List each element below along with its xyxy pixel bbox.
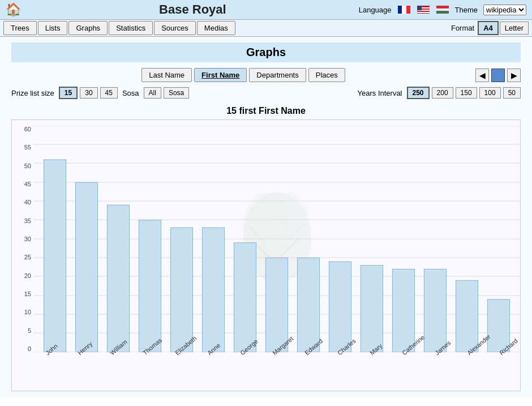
next-arrow[interactable]: ▶ [507,69,521,82]
y-45: 45 [24,181,31,187]
bar-charles[interactable] [329,262,351,352]
format-label: Format [451,24,474,32]
bar-william[interactable] [107,205,129,352]
app-title: Base Royal [27,2,359,17]
header-right: Language Theme wikipedia classic modern [359,5,526,15]
bar-chart [33,126,520,352]
prize-all[interactable]: All [144,87,161,99]
prize-15[interactable]: 15 [59,87,78,99]
chart-title: 15 first First Name [11,106,521,116]
color-square[interactable] [491,69,505,82]
years-interval-label: Years Interval [358,89,402,97]
tab-departments[interactable]: Departments [249,68,306,82]
bar-henry[interactable] [75,182,97,352]
theme-label: Theme [455,6,478,14]
bar-elizabeth[interactable] [170,228,192,352]
y-60: 60 [24,126,31,133]
bar-margaret[interactable] [265,258,288,352]
main-content: Graphs Last Name First Name Departments … [0,37,532,397]
tab-last-name[interactable]: Last Name [141,68,192,82]
navbar: Trees Lists Graphs Statistics Sources Me… [0,20,532,37]
bar-john[interactable] [44,160,66,352]
prize-list-options: Prize list size 15 30 45 Sosa All Sosa [11,87,189,99]
options-row: Prize list size 15 30 45 Sosa All Sosa Y… [11,87,521,99]
y-40: 40 [24,199,31,206]
years-interval-options: Years Interval 250 200 150 100 50 [358,87,521,99]
bar-james[interactable] [424,269,446,352]
prize-list-label: Prize list size [11,89,54,97]
y-0: 0 [28,345,31,352]
bar-george[interactable] [234,243,256,352]
tab-places[interactable]: Places [308,68,345,82]
bar-anne[interactable] [202,228,224,352]
y-50: 50 [24,163,31,169]
years-250[interactable]: 250 [407,87,430,99]
nav-graphs[interactable]: Graphs [68,21,108,35]
flag-hungarian[interactable] [436,6,449,14]
language-label: Language [359,6,392,14]
prize-sosa[interactable]: Sosa [164,87,189,99]
format-letter[interactable]: Letter [500,22,529,35]
prev-arrow[interactable]: ◀ [475,69,489,82]
y-55: 55 [24,144,31,151]
bar-alexander[interactable] [456,280,478,352]
y-20: 20 [24,272,31,279]
theme-select[interactable]: wikipedia classic modern [483,5,526,15]
years-50[interactable]: 50 [503,87,521,99]
y-15: 15 [24,290,31,297]
nav-statistics[interactable]: Statistics [109,21,153,35]
flag-english[interactable] [417,6,430,14]
prize-30[interactable]: 30 [80,87,97,99]
y-axis: 60 55 50 45 40 35 30 25 20 15 10 5 0 [12,126,33,352]
nav-lists[interactable]: Lists [38,21,68,35]
format-a4[interactable]: A4 [478,21,499,35]
home-button[interactable]: 🏠 [6,2,21,17]
x-labels: JohnHenryWilliamThomasElizabethAnneGeorg… [33,351,520,388]
years-100[interactable]: 100 [479,87,501,99]
y-5: 5 [28,327,31,334]
page-title: Graphs [11,42,521,62]
bar-catherine[interactable] [392,269,414,352]
nav-sources[interactable]: Sources [154,21,196,35]
header: 🏠 Base Royal Language Theme wikipedia cl… [0,0,532,20]
sosa-label-left: Sosa [122,89,139,97]
prize-45[interactable]: 45 [100,87,118,99]
nav-trees[interactable]: Trees [3,21,37,35]
bar-thomas[interactable] [139,220,161,352]
y-25: 25 [24,254,31,260]
nav-medias[interactable]: Medias [197,21,235,35]
flag-french[interactable] [398,6,410,14]
y-10: 10 [24,309,31,315]
bar-edward[interactable] [297,258,319,352]
years-200[interactable]: 200 [432,87,453,99]
tab-first-name[interactable]: First Name [194,68,247,82]
y-30: 30 [24,236,31,242]
y-35: 35 [24,217,31,224]
chart-container: 15 first First Name [11,106,521,391]
years-150[interactable]: 150 [456,87,477,99]
bar-mary[interactable] [361,266,383,352]
